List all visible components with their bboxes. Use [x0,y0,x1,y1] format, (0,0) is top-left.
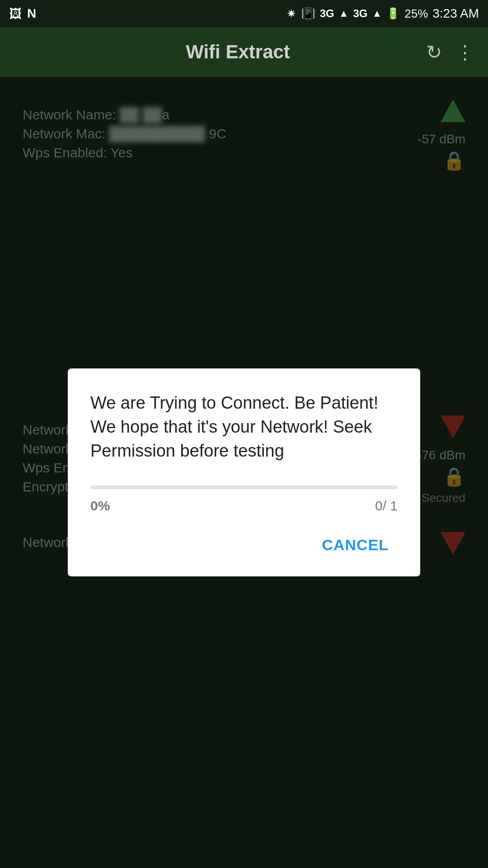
battery-percent: 25% [404,7,428,21]
dialog-actions: CANCEL [90,532,398,558]
app-toolbar: Wifi Extract ↻ ⋮ [0,27,488,77]
more-options-button[interactable]: ⋮ [455,41,474,63]
status-bar-right: ✷ 📳 3G ▲ 3G ▲ 🔋 25% 3:23 AM [286,6,479,21]
notification-icon: N [27,6,36,21]
app-title: Wifi Extract [50,41,426,63]
dialog-backdrop: We are Trying to Connect. Be Patient! We… [0,77,488,868]
cancel-button[interactable]: CANCEL [313,532,398,558]
image-icon: 🖼 [9,6,22,21]
connect-dialog: We are Trying to Connect. Be Patient! We… [68,368,420,577]
progress-bar-container [90,486,398,489]
network-3g-2: 3G [353,7,367,20]
time-display: 3:23 AM [432,6,479,21]
network-3g-1: 3G [320,7,334,20]
progress-count: 0/ 1 [375,498,398,514]
status-bar-left: 🖼 N [9,6,36,21]
progress-percent: 0% [90,498,110,514]
toolbar-actions: ↻ ⋮ [426,41,474,63]
dialog-message: We are Trying to Connect. Be Patient! We… [90,391,398,463]
bluetooth-icon: ✷ [286,7,296,21]
signal-icon-2: ▲ [372,8,382,19]
status-bar: 🖼 N ✷ 📳 3G ▲ 3G ▲ 🔋 25% 3:23 AM [0,0,488,27]
vibrate-icon: 📳 [301,7,315,21]
signal-icon-1: ▲ [339,8,349,19]
refresh-button[interactable]: ↻ [426,41,442,63]
battery-icon: 🔋 [386,7,400,20]
progress-labels: 0% 0/ 1 [90,498,398,514]
